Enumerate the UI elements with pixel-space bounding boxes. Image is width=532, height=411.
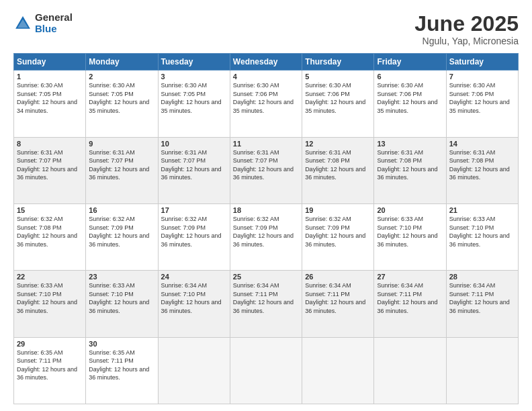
day-number: 29 [17, 340, 83, 348]
day-number: 11 [233, 140, 299, 148]
table-row: 27 Sunrise: 6:34 AM Sunset: 7:11 PM Dayl… [374, 271, 446, 337]
day-number: 14 [449, 140, 515, 148]
table-row: 1 Sunrise: 6:30 AM Sunset: 7:05 PM Dayli… [14, 71, 86, 137]
day-info: Sunrise: 6:32 AM Sunset: 7:09 PM Dayligh… [233, 215, 299, 248]
table-row: 30 Sunrise: 6:35 AM Sunset: 7:11 PM Dayl… [86, 337, 158, 404]
month-title: June 2025 [414, 12, 519, 36]
col-friday: Friday [374, 54, 446, 71]
day-info: Sunrise: 6:30 AM Sunset: 7:06 PM Dayligh… [305, 81, 371, 115]
table-row: 17 Sunrise: 6:32 AM Sunset: 7:09 PM Dayl… [158, 203, 230, 270]
table-row [374, 337, 446, 404]
day-info: Sunrise: 6:33 AM Sunset: 7:10 PM Dayligh… [449, 215, 515, 248]
day-number: 20 [377, 206, 443, 214]
day-number: 25 [233, 273, 299, 281]
day-info: Sunrise: 6:30 AM Sunset: 7:05 PM Dayligh… [161, 81, 227, 115]
calendar-week-row: 8 Sunrise: 6:31 AM Sunset: 7:07 PM Dayli… [14, 137, 519, 203]
day-info: Sunrise: 6:31 AM Sunset: 7:07 PM Dayligh… [17, 148, 83, 182]
logo-general: General [35, 12, 73, 24]
day-info: Sunrise: 6:30 AM Sunset: 7:05 PM Dayligh… [89, 81, 154, 115]
table-row: 20 Sunrise: 6:33 AM Sunset: 7:10 PM Dayl… [374, 203, 446, 270]
day-info: Sunrise: 6:34 AM Sunset: 7:11 PM Dayligh… [305, 281, 371, 315]
table-row [158, 337, 230, 404]
table-row: 18 Sunrise: 6:32 AM Sunset: 7:09 PM Dayl… [230, 203, 302, 270]
table-row: 19 Sunrise: 6:32 AM Sunset: 7:09 PM Dayl… [302, 203, 374, 270]
day-number: 10 [161, 140, 227, 148]
day-number: 9 [89, 140, 154, 148]
day-number: 22 [17, 273, 83, 281]
table-row: 8 Sunrise: 6:31 AM Sunset: 7:07 PM Dayli… [14, 137, 86, 203]
day-info: Sunrise: 6:32 AM Sunset: 7:09 PM Dayligh… [161, 215, 227, 248]
col-monday: Monday [86, 54, 158, 71]
day-number: 26 [305, 273, 371, 281]
calendar-week-row: 15 Sunrise: 6:32 AM Sunset: 7:08 PM Dayl… [14, 203, 519, 270]
day-info: Sunrise: 6:32 AM Sunset: 7:08 PM Dayligh… [17, 215, 83, 248]
table-row: 22 Sunrise: 6:33 AM Sunset: 7:10 PM Dayl… [14, 271, 86, 337]
title-section: June 2025 Ngulu, Yap, Micronesia [414, 12, 519, 46]
day-info: Sunrise: 6:34 AM Sunset: 7:11 PM Dayligh… [377, 281, 443, 315]
table-row: 9 Sunrise: 6:31 AM Sunset: 7:07 PM Dayli… [86, 137, 158, 203]
logo-text: General Blue [35, 12, 73, 34]
day-number: 6 [377, 73, 443, 81]
col-wednesday: Wednesday [230, 54, 302, 71]
table-row: 23 Sunrise: 6:33 AM Sunset: 7:10 PM Dayl… [86, 271, 158, 337]
day-info: Sunrise: 6:31 AM Sunset: 7:07 PM Dayligh… [89, 148, 154, 182]
day-number: 17 [161, 206, 227, 214]
day-number: 13 [377, 140, 443, 148]
day-number: 18 [233, 206, 299, 214]
calendar-header-row: Sunday Monday Tuesday Wednesday Thursday… [14, 54, 519, 71]
day-info: Sunrise: 6:34 AM Sunset: 7:11 PM Dayligh… [449, 281, 515, 315]
table-row: 16 Sunrise: 6:32 AM Sunset: 7:09 PM Dayl… [86, 203, 158, 270]
table-row: 25 Sunrise: 6:34 AM Sunset: 7:11 PM Dayl… [230, 271, 302, 337]
table-row: 11 Sunrise: 6:31 AM Sunset: 7:07 PM Dayl… [230, 137, 302, 203]
day-number: 24 [161, 273, 227, 281]
table-row: 2 Sunrise: 6:30 AM Sunset: 7:05 PM Dayli… [86, 71, 158, 137]
table-row: 24 Sunrise: 6:34 AM Sunset: 7:10 PM Dayl… [158, 271, 230, 337]
table-row: 3 Sunrise: 6:30 AM Sunset: 7:05 PM Dayli… [158, 71, 230, 137]
day-number: 28 [449, 273, 515, 281]
table-row: 6 Sunrise: 6:30 AM Sunset: 7:06 PM Dayli… [374, 71, 446, 137]
calendar-week-row: 22 Sunrise: 6:33 AM Sunset: 7:10 PM Dayl… [14, 271, 519, 337]
col-tuesday: Tuesday [158, 54, 230, 71]
table-row: 10 Sunrise: 6:31 AM Sunset: 7:07 PM Dayl… [158, 137, 230, 203]
header: General Blue June 2025 Ngulu, Yap, Micro… [13, 12, 519, 46]
table-row: 26 Sunrise: 6:34 AM Sunset: 7:11 PM Dayl… [302, 271, 374, 337]
day-number: 2 [89, 73, 154, 81]
col-sunday: Sunday [14, 54, 86, 71]
logo: General Blue [13, 12, 73, 34]
table-row: 21 Sunrise: 6:33 AM Sunset: 7:10 PM Dayl… [446, 203, 518, 270]
table-row [302, 337, 374, 404]
day-number: 16 [89, 206, 154, 214]
day-info: Sunrise: 6:31 AM Sunset: 7:08 PM Dayligh… [305, 148, 371, 182]
day-info: Sunrise: 6:32 AM Sunset: 7:09 PM Dayligh… [89, 215, 154, 248]
day-info: Sunrise: 6:34 AM Sunset: 7:11 PM Dayligh… [233, 281, 299, 315]
table-row: 28 Sunrise: 6:34 AM Sunset: 7:11 PM Dayl… [446, 271, 518, 337]
day-number: 12 [305, 140, 371, 148]
day-info: Sunrise: 6:31 AM Sunset: 7:07 PM Dayligh… [233, 148, 299, 182]
day-number: 4 [233, 73, 299, 81]
day-info: Sunrise: 6:31 AM Sunset: 7:07 PM Dayligh… [161, 148, 227, 182]
location: Ngulu, Yap, Micronesia [414, 36, 519, 46]
table-row: 29 Sunrise: 6:35 AM Sunset: 7:11 PM Dayl… [14, 337, 86, 404]
day-number: 30 [89, 340, 154, 348]
day-info: Sunrise: 6:30 AM Sunset: 7:06 PM Dayligh… [233, 81, 299, 115]
logo-blue: Blue [35, 24, 73, 35]
col-thursday: Thursday [302, 54, 374, 71]
day-number: 5 [305, 73, 371, 81]
day-info: Sunrise: 6:30 AM Sunset: 7:06 PM Dayligh… [449, 81, 515, 115]
table-row: 13 Sunrise: 6:31 AM Sunset: 7:08 PM Dayl… [374, 137, 446, 203]
calendar: Sunday Monday Tuesday Wednesday Thursday… [13, 53, 519, 404]
day-number: 27 [377, 273, 443, 281]
day-info: Sunrise: 6:30 AM Sunset: 7:05 PM Dayligh… [17, 81, 83, 115]
day-number: 3 [161, 73, 227, 81]
day-number: 7 [449, 73, 515, 81]
day-number: 8 [17, 140, 83, 148]
col-saturday: Saturday [446, 54, 518, 71]
day-info: Sunrise: 6:33 AM Sunset: 7:10 PM Dayligh… [17, 281, 83, 315]
day-info: Sunrise: 6:34 AM Sunset: 7:10 PM Dayligh… [161, 281, 227, 315]
day-info: Sunrise: 6:35 AM Sunset: 7:11 PM Dayligh… [17, 349, 83, 382]
day-info: Sunrise: 6:30 AM Sunset: 7:06 PM Dayligh… [377, 81, 443, 115]
day-info: Sunrise: 6:32 AM Sunset: 7:09 PM Dayligh… [305, 215, 371, 248]
table-row: 4 Sunrise: 6:30 AM Sunset: 7:06 PM Dayli… [230, 71, 302, 137]
calendar-week-row: 29 Sunrise: 6:35 AM Sunset: 7:11 PM Dayl… [14, 337, 519, 404]
day-number: 23 [89, 273, 154, 281]
